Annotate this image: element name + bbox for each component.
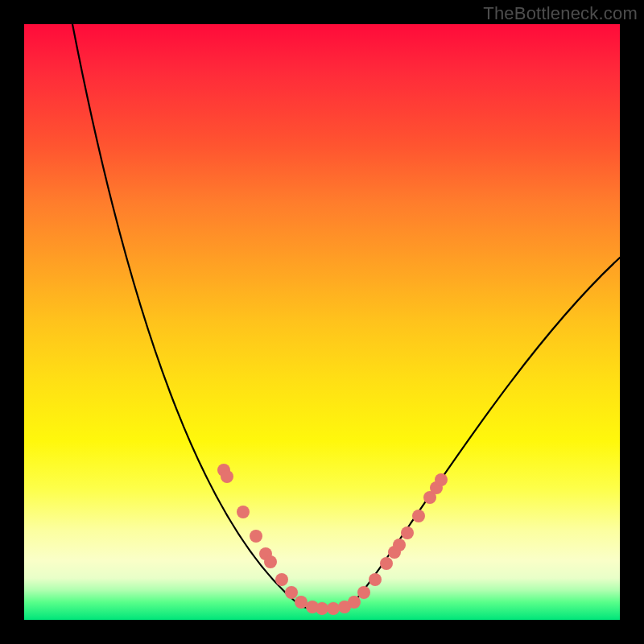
marker-dot [264, 555, 277, 568]
marker-dot [295, 596, 308, 609]
curve-layer [24, 24, 620, 620]
marker-dot [435, 473, 448, 486]
marker-dot [221, 470, 233, 483]
marker-dots-group [217, 464, 448, 615]
plot-area [24, 24, 620, 620]
marker-dot [412, 510, 425, 522]
marker-dot [316, 602, 328, 615]
marker-dot [275, 573, 288, 586]
marker-dot [250, 530, 262, 543]
marker-dot [237, 506, 250, 518]
marker-dot [348, 596, 361, 609]
chart-frame: TheBottleneck.com [0, 0, 644, 644]
marker-dot [285, 586, 298, 599]
marker-dot [401, 526, 414, 539]
marker-dot [357, 586, 370, 599]
curve-left-branch [72, 24, 353, 610]
marker-dot [327, 602, 340, 615]
marker-dot [380, 557, 393, 570]
watermark-text: TheBottleneck.com [483, 3, 638, 24]
marker-dot [369, 573, 382, 586]
marker-dot [393, 539, 406, 551]
